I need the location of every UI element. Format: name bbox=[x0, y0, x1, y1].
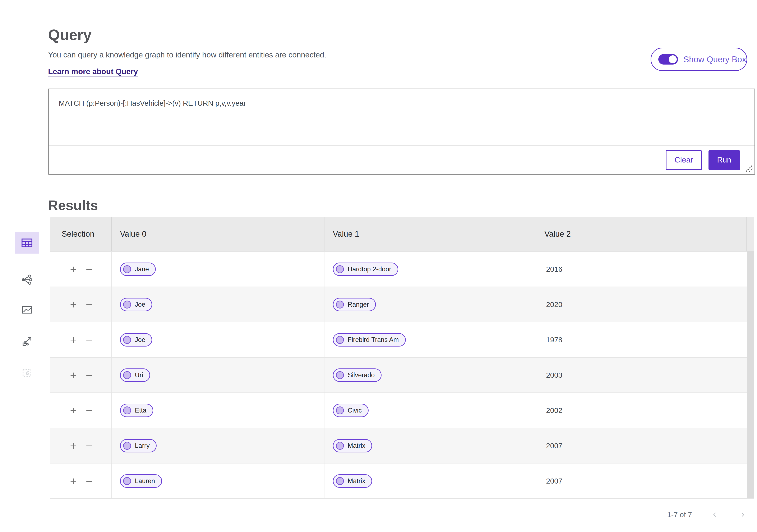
vehicle-pill-label: Matrix bbox=[348, 477, 365, 485]
person-node-pill[interactable]: Joe bbox=[120, 298, 152, 311]
node-circle-icon bbox=[123, 300, 131, 309]
value1-cell: Civic bbox=[324, 393, 536, 428]
add-to-graph-button[interactable]: + bbox=[70, 405, 77, 416]
vehicle-pill-label: Hardtop 2-door bbox=[348, 266, 391, 273]
graph-view-button[interactable] bbox=[15, 273, 39, 286]
page-title: Query bbox=[48, 26, 92, 43]
selection-cell: + − bbox=[50, 287, 111, 322]
node-circle-icon bbox=[336, 336, 344, 344]
node-circle-icon bbox=[336, 300, 344, 309]
toggle-label: Show Query Box bbox=[683, 55, 746, 64]
selection-cell: + − bbox=[50, 322, 111, 357]
graph-view-icon bbox=[21, 274, 33, 286]
column-header-value1: Value 1 bbox=[324, 217, 536, 251]
vehicle-node-pill[interactable]: Hardtop 2-door bbox=[333, 263, 398, 276]
add-to-graph-button[interactable]: + bbox=[70, 334, 77, 346]
person-pill-label: Etta bbox=[135, 407, 146, 414]
toggle-switch-on[interactable] bbox=[658, 54, 678, 65]
remove-from-graph-button[interactable]: − bbox=[86, 299, 93, 310]
vehicle-pill-label: Ranger bbox=[348, 301, 369, 308]
person-pill-label: Uri bbox=[135, 371, 143, 379]
add-to-graph-button[interactable]: + bbox=[70, 475, 77, 487]
year-cell: 2007 bbox=[536, 463, 754, 498]
empty-view-button[interactable] bbox=[15, 366, 39, 379]
value0-cell: Lauren bbox=[111, 463, 324, 498]
graph-selection-button[interactable] bbox=[15, 335, 39, 348]
column-header-value2: Value 2 bbox=[536, 217, 754, 251]
person-node-pill[interactable]: Joe bbox=[120, 333, 152, 347]
person-node-pill[interactable]: Etta bbox=[120, 404, 153, 417]
run-button[interactable]: Run bbox=[709, 150, 740, 170]
vehicle-pill-label: Civic bbox=[348, 407, 362, 414]
resize-handle-icon[interactable] bbox=[744, 163, 753, 172]
pagination-range: 1-7 of 7 bbox=[667, 511, 692, 519]
vehicle-node-pill[interactable]: Matrix bbox=[333, 474, 372, 488]
selection-cell: + − bbox=[50, 252, 111, 287]
add-to-graph-button[interactable]: + bbox=[70, 370, 77, 381]
selection-cell: + − bbox=[50, 428, 111, 463]
remove-from-graph-button[interactable]: − bbox=[86, 405, 93, 416]
show-query-box-toggle[interactable]: Show Query Box bbox=[651, 48, 747, 71]
remove-from-graph-button[interactable]: − bbox=[86, 334, 93, 346]
query-footer: Clear Run bbox=[49, 146, 754, 174]
vehicle-node-pill[interactable]: Matrix bbox=[333, 439, 372, 452]
column-header-selection: Selection bbox=[50, 217, 111, 251]
query-input[interactable]: MATCH (p:Person)-[:HasVehicle]->(v) RETU… bbox=[49, 89, 754, 146]
node-circle-icon bbox=[336, 265, 344, 273]
chevron-right-icon bbox=[739, 511, 746, 518]
value0-cell: Larry bbox=[111, 428, 324, 463]
node-circle-icon bbox=[123, 442, 131, 450]
person-node-pill[interactable]: Uri bbox=[120, 369, 150, 382]
query-page: { "colors":{"accent":"#5b2fc9","pill_bor… bbox=[0, 0, 757, 532]
node-circle-icon bbox=[336, 442, 344, 450]
person-pill-label: Larry bbox=[135, 442, 150, 450]
vehicle-node-pill[interactable]: Firebird Trans Am bbox=[333, 333, 406, 347]
value1-cell: Firebird Trans Am bbox=[324, 322, 536, 357]
node-circle-icon bbox=[336, 371, 344, 379]
table-row: + − Etta Civic 2002 bbox=[50, 392, 754, 428]
node-circle-icon bbox=[123, 265, 131, 273]
node-circle-icon bbox=[123, 336, 131, 344]
chevron-left-icon bbox=[711, 511, 719, 518]
node-circle-icon bbox=[123, 406, 131, 414]
add-to-graph-button[interactable]: + bbox=[70, 299, 77, 310]
person-pill-label: Lauren bbox=[135, 477, 155, 485]
results-table: Selection Value 0 Value 1 Value 2 + − Ja… bbox=[50, 217, 754, 531]
value0-cell: Joe bbox=[111, 287, 324, 322]
add-to-graph-button[interactable]: + bbox=[70, 264, 77, 275]
remove-from-graph-button[interactable]: − bbox=[86, 475, 93, 487]
remove-from-graph-button[interactable]: − bbox=[86, 370, 93, 381]
remove-from-graph-button[interactable]: − bbox=[86, 440, 93, 451]
table-header: Selection Value 0 Value 1 Value 2 bbox=[50, 217, 754, 251]
value1-cell: Matrix bbox=[324, 428, 536, 463]
toggle-knob bbox=[669, 55, 677, 63]
vertical-scrollbar[interactable] bbox=[747, 251, 754, 498]
person-pill-label: Jane bbox=[135, 266, 149, 273]
results-title: Results bbox=[48, 197, 98, 213]
query-panel: MATCH (p:Person)-[:HasVehicle]->(v) RETU… bbox=[48, 89, 755, 175]
node-circle-icon bbox=[123, 477, 131, 485]
vehicle-node-pill[interactable]: Silverado bbox=[333, 369, 381, 382]
table-view-button[interactable] bbox=[15, 232, 39, 254]
table-row: + − Jane Hardtop 2-door 2016 bbox=[50, 251, 754, 287]
person-pill-label: Joe bbox=[135, 301, 145, 308]
table-row: + − Joe Ranger 2020 bbox=[50, 287, 754, 322]
remove-from-graph-button[interactable]: − bbox=[86, 264, 93, 275]
clear-button[interactable]: Clear bbox=[666, 150, 702, 170]
year-cell: 2020 bbox=[536, 287, 754, 322]
value1-cell: Silverado bbox=[324, 358, 536, 392]
person-node-pill[interactable]: Larry bbox=[120, 439, 157, 452]
chart-view-icon bbox=[21, 304, 33, 316]
value1-cell: Hardtop 2-door bbox=[324, 252, 536, 287]
person-node-pill[interactable]: Lauren bbox=[120, 474, 162, 488]
chart-view-button[interactable] bbox=[15, 303, 39, 316]
graph-selection-icon bbox=[21, 336, 33, 347]
add-to-graph-button[interactable]: + bbox=[70, 440, 77, 451]
person-node-pill[interactable]: Jane bbox=[120, 263, 156, 276]
vehicle-pill-label: Silverado bbox=[348, 371, 375, 379]
vehicle-node-pill[interactable]: Ranger bbox=[333, 298, 376, 311]
next-page-button[interactable] bbox=[738, 510, 747, 519]
previous-page-button[interactable] bbox=[711, 510, 719, 519]
learn-more-link[interactable]: Learn more about Query bbox=[48, 67, 138, 76]
vehicle-node-pill[interactable]: Civic bbox=[333, 404, 369, 417]
